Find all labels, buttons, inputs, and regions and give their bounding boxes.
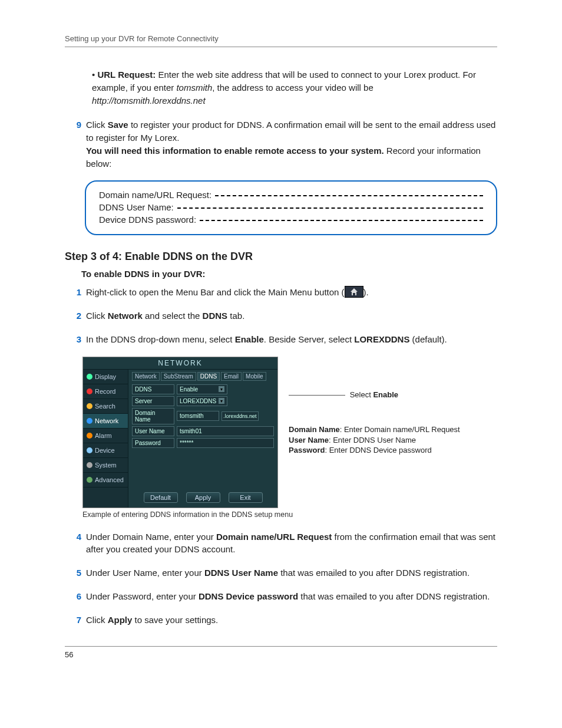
- annot-domain: Domain Name: Enter Domain name/URL Reque…: [289, 424, 497, 435]
- subtab-substream[interactable]: SubStream: [161, 372, 196, 381]
- substep-4: 4 Under Domain Name, enter your Domain n…: [65, 531, 497, 556]
- s2-a: Click: [86, 311, 108, 321]
- s2-net: Network: [108, 311, 143, 321]
- step-number: 5: [65, 566, 81, 579]
- domain-value-text: tomsmith: [180, 413, 204, 419]
- sidebar-label: Advanced: [95, 476, 124, 483]
- annot-enable-pre: Select: [350, 390, 373, 399]
- figure-caption: Example of entering DDNS information in …: [82, 510, 497, 519]
- footer-rule: [65, 646, 497, 647]
- sidebar-label: Search: [95, 403, 115, 410]
- dvr-sidebar: Display Record Search Network Alarm Devi…: [83, 370, 128, 508]
- blank-line: [177, 207, 483, 209]
- annot-user: User Name: Enter DDNS User Name: [289, 435, 497, 446]
- row-domain-label: Domain Name: [132, 408, 174, 424]
- dropdown-arrow-icon: ▾: [219, 398, 224, 404]
- record-info-box: Domain name/URL Request: DDNS User Name:…: [85, 180, 497, 235]
- s4-a: Under Domain Name, enter your: [86, 532, 216, 542]
- s3-lorex: LOREXDDNS: [354, 334, 409, 344]
- dvr-screenshot-figure: NETWORK Display Record Search Network Al…: [82, 357, 497, 508]
- device-icon: [87, 447, 92, 453]
- substep-6: 6 Under Password, enter your DDNS Device…: [65, 590, 497, 603]
- page-number: 56: [65, 650, 497, 659]
- url-request-label: URL Request:: [97, 70, 156, 80]
- row-pass-value[interactable]: ******: [177, 438, 274, 448]
- pass-value-text: ******: [180, 440, 193, 446]
- user-value-text: tsmith01: [180, 428, 202, 434]
- step-number: 2: [65, 309, 81, 322]
- record-icon: [87, 388, 92, 394]
- step9-t2: to register your product for DDNS. A con…: [86, 120, 495, 143]
- record-domain-label: Domain name/URL Request:: [99, 190, 211, 200]
- sidebar-item-network[interactable]: Network: [83, 414, 128, 429]
- step-number: 9: [65, 118, 81, 170]
- sidebar-label: Record: [95, 388, 115, 395]
- s3-a: In the DDNS drop-down menu, select: [86, 334, 235, 344]
- subtab-email[interactable]: Email: [221, 372, 242, 381]
- dvr-window: NETWORK Display Record Search Network Al…: [82, 357, 278, 508]
- url-request-bullet: • URL Request: Enter the web site addres…: [92, 68, 497, 107]
- sidebar-label: Alarm: [95, 432, 112, 439]
- s4-b: Domain name/URL Request: [216, 532, 332, 542]
- sidebar-label: Network: [95, 417, 118, 424]
- s3-b: . Beside Server, select: [264, 334, 354, 344]
- s6-b: DDNS Device password: [199, 591, 298, 601]
- substep-5: 5 Under User Name, enter your DDNS User …: [65, 566, 497, 579]
- step-number: 4: [65, 531, 81, 556]
- s1-a: Right-click to open the Menu Bar and cli…: [86, 287, 345, 297]
- step-number: 1: [65, 286, 81, 299]
- record-pass-label: Device DDNS password:: [99, 215, 196, 225]
- annot-enable: Select Enable: [289, 390, 497, 400]
- annot-pass-desc: : Enter DDNS Device password: [325, 446, 431, 454]
- substep-3: 3 In the DDNS drop-down menu, select Ena…: [65, 333, 497, 346]
- sidebar-item-record[interactable]: Record: [83, 384, 128, 399]
- row-server-label: Server: [132, 396, 174, 406]
- step-number: 3: [65, 333, 81, 346]
- apply-button[interactable]: Apply: [186, 492, 220, 503]
- dvr-main-panel: Network SubStream DDNS Email Mobile DDNS…: [128, 370, 277, 508]
- row-ddns-label: DDNS: [132, 384, 174, 394]
- sidebar-item-system[interactable]: System: [83, 458, 128, 473]
- sidebar-item-advanced[interactable]: Advanced: [83, 473, 128, 487]
- subtab-ddns[interactable]: DDNS: [197, 372, 220, 381]
- s5-a: Under User Name, enter your: [86, 568, 204, 578]
- blank-line: [200, 220, 483, 221]
- sidebar-item-search[interactable]: Search: [83, 399, 128, 414]
- url-request-desc2: , the address to access your video will …: [212, 83, 373, 93]
- row-user-value[interactable]: tsmith01: [177, 426, 274, 436]
- annot-user-label: User Name: [289, 436, 329, 444]
- sidebar-item-device[interactable]: Device: [83, 443, 128, 458]
- dropdown-arrow-icon: ▾: [219, 386, 224, 392]
- ddns-value-text: Enable: [180, 386, 198, 393]
- url-request-example-name: tomsmith: [176, 83, 212, 93]
- row-pass-label: Password: [132, 438, 174, 448]
- subtab-mobile[interactable]: Mobile: [243, 372, 266, 381]
- exit-button[interactable]: Exit: [229, 492, 263, 503]
- row-ddns-value[interactable]: Enable▾: [177, 384, 227, 394]
- annot-enable-bold: Enable: [373, 390, 398, 399]
- step3-heading: Step 3 of 4: Enable DDNS on the DVR: [65, 251, 497, 263]
- s6-a: Under Password, enter your: [86, 591, 199, 601]
- annot-pass-label: Password: [289, 446, 325, 454]
- subtab-network[interactable]: Network: [132, 372, 160, 381]
- s3-enable: Enable: [235, 334, 264, 344]
- blank-line: [215, 195, 483, 196]
- s5-c: that was emailed to you after DDNS regis…: [278, 568, 470, 578]
- step9-t1: Click: [86, 120, 108, 130]
- s7-b: Apply: [108, 615, 133, 625]
- home-icon: [345, 286, 363, 298]
- system-icon: [87, 462, 92, 468]
- annot-domain-desc: : Enter Domain name/URL Request: [340, 425, 460, 434]
- s1-b: ).: [363, 287, 369, 297]
- row-server-value[interactable]: LOREXDDNS▾: [177, 396, 227, 406]
- default-button[interactable]: Default: [144, 492, 178, 503]
- row-domain-value[interactable]: tomsmith: [177, 411, 219, 421]
- sidebar-label: Device: [95, 447, 115, 454]
- s3-c: (default).: [409, 334, 447, 344]
- sidebar-item-display[interactable]: Display: [83, 370, 128, 384]
- dvr-titlebar: NETWORK: [83, 357, 277, 370]
- figure-annotations: Select Enable Domain Name: Enter Domain …: [289, 357, 497, 508]
- sidebar-item-alarm[interactable]: Alarm: [83, 429, 128, 443]
- alarm-icon: [87, 433, 92, 439]
- search-icon: [87, 403, 92, 409]
